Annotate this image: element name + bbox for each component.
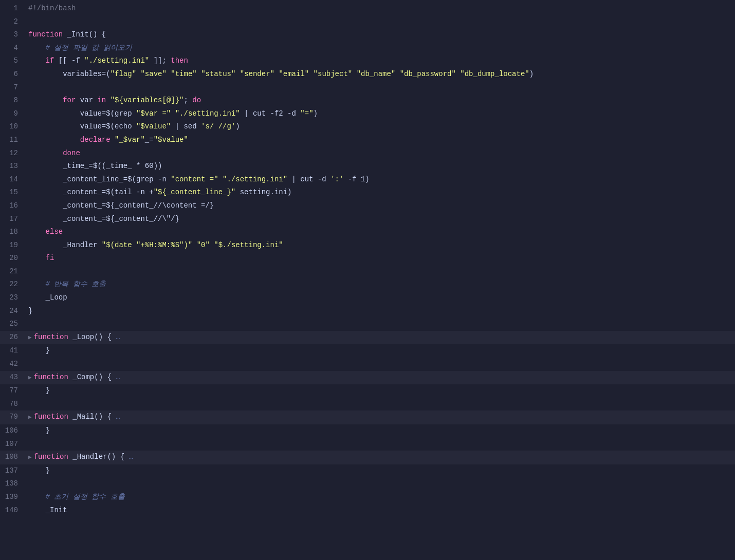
line-number: 77 bbox=[0, 384, 28, 398]
line-number: 5 bbox=[0, 54, 28, 68]
line-content: _Loop bbox=[28, 291, 67, 305]
line-content: _content_=$(tail -n +"${_content_line_}"… bbox=[28, 186, 292, 199]
line-number: 138 bbox=[0, 477, 28, 491]
code-line-25: 25 bbox=[0, 318, 735, 331]
line-number: 139 bbox=[0, 491, 28, 504]
fold-arrow-icon[interactable]: ▶ bbox=[28, 371, 32, 385]
line-content: #!/bin/bash bbox=[28, 2, 76, 15]
line-content: _Handler "$(date "+%H:%M:%S")" "0" "$./s… bbox=[28, 239, 283, 252]
code-line-41: 41 } bbox=[0, 344, 735, 358]
code-line-7: 7 bbox=[0, 81, 735, 95]
line-content: # 설정 파일 값 읽어오기 bbox=[28, 42, 132, 55]
code-line-78: 78 bbox=[0, 398, 735, 411]
line-number: 6 bbox=[0, 68, 28, 81]
code-line-18: 18 else bbox=[0, 226, 735, 239]
line-number: 22 bbox=[0, 278, 28, 291]
code-line-6: 6 variables=("flag" "save" "time" "statu… bbox=[0, 68, 735, 81]
line-number: 18 bbox=[0, 226, 28, 239]
line-content bbox=[28, 398, 32, 411]
line-content: fi bbox=[28, 252, 54, 265]
line-number: 78 bbox=[0, 398, 28, 411]
code-line-19: 19 _Handler "$(date "+%H:%M:%S")" "0" "$… bbox=[0, 239, 735, 252]
code-line-2: 2 bbox=[0, 15, 735, 29]
line-content: for var in "${variables[@]}"; do bbox=[28, 94, 201, 107]
code-line-42: 42 bbox=[0, 358, 735, 371]
line-number: 1 bbox=[0, 2, 28, 15]
line-content bbox=[28, 15, 32, 29]
line-number: 13 bbox=[0, 160, 28, 173]
line-number: 4 bbox=[0, 42, 28, 55]
line-number: 23 bbox=[0, 291, 28, 305]
code-line-43: 43▶function _Comp() { … bbox=[0, 371, 735, 385]
code-line-1: 1#!/bin/bash bbox=[0, 2, 735, 15]
line-number: 137 bbox=[0, 464, 28, 478]
line-content: _Init bbox=[28, 504, 67, 517]
line-content: function _Comp() { … bbox=[34, 371, 120, 384]
code-line-107: 107 bbox=[0, 438, 735, 451]
code-line-8: 8 for var in "${variables[@]}"; do bbox=[0, 94, 735, 107]
code-line-5: 5 if [[ -f "./setting.ini" ]]; then bbox=[0, 54, 735, 68]
line-content: value=$(grep "$var =" "./setting.ini" | … bbox=[28, 107, 318, 121]
code-line-4: 4 # 설정 파일 값 읽어오기 bbox=[0, 42, 735, 55]
line-content bbox=[28, 81, 32, 95]
code-line-21: 21 bbox=[0, 265, 735, 278]
fold-arrow-icon[interactable]: ▶ bbox=[28, 411, 32, 424]
line-content: } bbox=[28, 464, 50, 478]
line-number: 19 bbox=[0, 239, 28, 252]
line-number: 26 bbox=[0, 331, 28, 344]
line-content: value=$(echo "$value" | sed 's/ //g') bbox=[28, 120, 240, 134]
line-number: 15 bbox=[0, 186, 28, 199]
line-number: 7 bbox=[0, 81, 28, 95]
line-number: 12 bbox=[0, 147, 28, 160]
line-content: _content_=${_content_//\"/} bbox=[28, 213, 179, 226]
line-content: function _Loop() { … bbox=[34, 331, 120, 344]
code-line-9: 9 value=$(grep "$var =" "./setting.ini" … bbox=[0, 107, 735, 121]
code-line-22: 22 # 반복 함수 호출 bbox=[0, 278, 735, 291]
line-number: 8 bbox=[0, 94, 28, 107]
line-content: _time_=$((_time_ * 60)) bbox=[28, 160, 162, 173]
line-content: declare "_$var"_="$value" bbox=[28, 134, 188, 147]
line-number: 11 bbox=[0, 134, 28, 147]
line-content bbox=[28, 438, 32, 451]
code-line-3: 3function _Init() { bbox=[0, 28, 735, 42]
code-line-139: 139 # 초기 설정 함수 호출 bbox=[0, 491, 735, 504]
line-content: } bbox=[28, 424, 50, 438]
line-content: done bbox=[28, 147, 80, 160]
code-line-106: 106 } bbox=[0, 424, 735, 438]
line-number: 79 bbox=[0, 410, 28, 424]
code-line-79: 79▶function _Mail() { … bbox=[0, 410, 735, 424]
line-content: _content_line_=$(grep -n "content =" "./… bbox=[28, 173, 370, 186]
code-line-23: 23 _Loop bbox=[0, 291, 735, 305]
line-content bbox=[28, 265, 32, 278]
code-line-15: 15 _content_=$(tail -n +"${_content_line… bbox=[0, 186, 735, 199]
line-number: 107 bbox=[0, 438, 28, 451]
line-content: function _Mail() { … bbox=[34, 410, 120, 424]
code-line-11: 11 declare "_$var"_="$value" bbox=[0, 134, 735, 147]
line-content: } bbox=[28, 384, 50, 398]
code-line-10: 10 value=$(echo "$value" | sed 's/ //g') bbox=[0, 120, 735, 134]
line-number: 21 bbox=[0, 265, 28, 278]
line-number: 140 bbox=[0, 504, 28, 517]
code-line-77: 77 } bbox=[0, 384, 735, 398]
line-number: 20 bbox=[0, 252, 28, 265]
code-line-12: 12 done bbox=[0, 147, 735, 160]
line-content: variables=("flag" "save" "time" "status"… bbox=[28, 68, 534, 81]
code-line-16: 16 _content_=${_content_//\content =/} bbox=[0, 199, 735, 213]
code-line-138: 138 bbox=[0, 477, 735, 491]
line-number: 14 bbox=[0, 173, 28, 186]
line-content: # 초기 설정 함수 호출 bbox=[28, 491, 125, 504]
code-line-20: 20 fi bbox=[0, 252, 735, 265]
line-number: 10 bbox=[0, 120, 28, 134]
fold-arrow-icon[interactable]: ▶ bbox=[28, 331, 32, 345]
line-number: 9 bbox=[0, 107, 28, 121]
code-line-26: 26▶function _Loop() { … bbox=[0, 331, 735, 345]
code-line-137: 137 } bbox=[0, 464, 735, 478]
code-editor: 1#!/bin/bash2 3function _Init() {4 # 설정 … bbox=[0, 0, 735, 560]
code-line-140: 140 _Init bbox=[0, 504, 735, 517]
line-content: } bbox=[28, 305, 32, 318]
line-content bbox=[28, 358, 32, 371]
line-content: function _Handler() { … bbox=[34, 451, 133, 464]
line-number: 41 bbox=[0, 344, 28, 358]
line-number: 24 bbox=[0, 305, 28, 318]
fold-arrow-icon[interactable]: ▶ bbox=[28, 451, 32, 464]
